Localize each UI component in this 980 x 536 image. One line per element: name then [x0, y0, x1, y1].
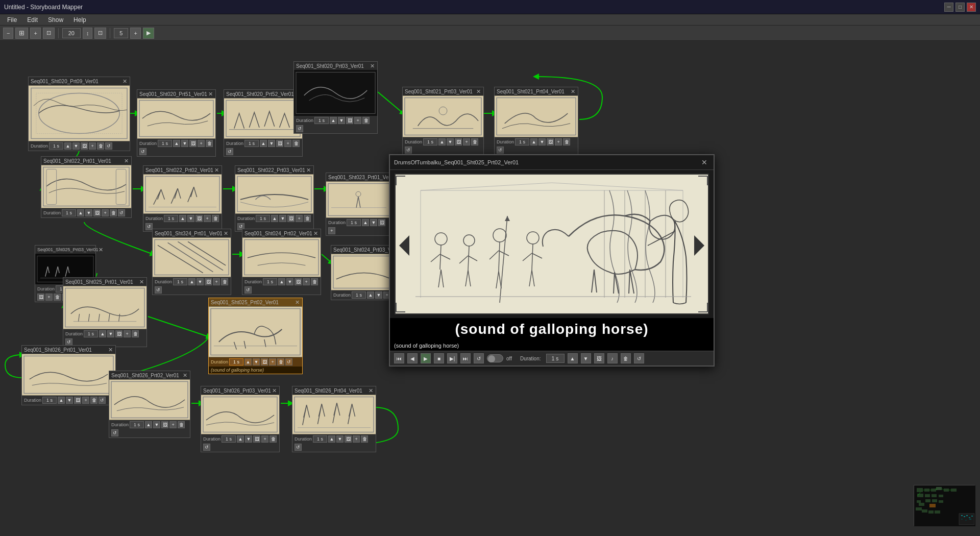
frame-arrows[interactable]: ↕ — [83, 28, 93, 39]
dur-up-n02[interactable]: ▲ — [173, 140, 180, 147]
node-close-n17[interactable]: ✕ — [107, 347, 113, 353]
add-btn-n01[interactable]: + — [89, 142, 96, 150]
node-n18[interactable]: Seq001_Sht026_Prt02_Ver01 ✕ Duration ▲ ▼… — [109, 371, 190, 438]
node-close-n15[interactable]: ✕ — [138, 279, 144, 285]
add-button[interactable]: + — [30, 28, 40, 39]
preview-duration-input[interactable] — [546, 354, 565, 363]
dur-input-n16[interactable] — [229, 358, 243, 366]
dur-input-n07[interactable] — [62, 209, 76, 216]
preview-vol-btn[interactable]: ♪ — [607, 353, 618, 363]
dur-input-n03[interactable] — [244, 140, 259, 147]
off-toggle[interactable] — [487, 354, 503, 362]
fit-button[interactable]: ⊞ — [15, 28, 28, 39]
preview-trash-btn[interactable]: 🗑 — [621, 353, 631, 363]
node-close-n07[interactable]: ✕ — [123, 158, 129, 164]
node-n10[interactable]: Seq001_Sht023_Prt01_Ver01 ✕ Duration ▲ ▼… — [326, 173, 392, 236]
node-n19[interactable]: Seq001_Sht026_Prt03_Ver01 ✕ Duration ▲ ▼… — [201, 386, 280, 452]
node-close-n18[interactable]: ✕ — [182, 372, 188, 378]
node-n09[interactable]: Seq001_Sht022_Prt03_Ver01 ✕ Duration ▲ ▼… — [235, 165, 314, 232]
next-button[interactable]: ▶| — [447, 353, 457, 363]
img-btn-n01[interactable]: 🖼 — [81, 142, 88, 150]
node-n07[interactable]: Seq001_Sht022_Prt01_Ver01 ✕ Duration ▲ ▼… — [41, 156, 132, 218]
dur-dn-n02[interactable]: ▼ — [181, 140, 188, 147]
preview-refresh-btn[interactable]: ↺ — [634, 353, 644, 363]
menu-file[interactable]: File — [2, 15, 22, 25]
sketch-svg-n06 — [495, 95, 578, 137]
dur-input-n10[interactable] — [347, 219, 361, 226]
prev-button[interactable]: ◀ — [407, 353, 418, 363]
node-n05[interactable]: Seq001_Sht021_Prt03_Ver01 ✕ Duration ▲ ▼… — [402, 87, 484, 155]
dur-input-n01[interactable] — [49, 142, 63, 150]
play-pause-button[interactable]: ▶ — [421, 353, 431, 363]
node-n20[interactable]: Seq001_Sht026_Prt04_Ver01 ✕ Duration ▲ ▼… — [292, 386, 376, 452]
loop-button[interactable]: ↺ — [474, 353, 484, 363]
node-close-n04[interactable]: ✕ — [369, 63, 375, 69]
node-close-n12[interactable]: ✕ — [312, 230, 318, 236]
svg-rect-79 — [966, 515, 968, 516]
dur-input-n06[interactable] — [515, 138, 529, 145]
node-n13[interactable]: Seq001_Sht024_Prt03_Ver01 ✕ Duration ▲ ▼… — [331, 245, 397, 300]
dur-input-n13[interactable] — [352, 291, 366, 299]
dur-input-n02[interactable] — [158, 140, 172, 147]
del-btn-n01[interactable]: 🗑 — [97, 142, 104, 150]
dur-input-n04[interactable] — [314, 117, 329, 124]
minimize-button[interactable]: ─ — [944, 3, 953, 12]
node-close-n02[interactable]: ✕ — [207, 91, 213, 97]
node-n03[interactable]: Seq001_Sht020_Prt52_Ver01 ✕ Duration ▲ ▼… — [224, 89, 303, 157]
node-n11[interactable]: Seq001_Sht324_Prt01_Ver01 ✕ Duration ▲ ▼… — [152, 229, 231, 295]
zoom-out-button[interactable]: − — [3, 28, 13, 39]
node-n04[interactable]: Seq001_Sht020_Prt03_Ver01 ✕ Duration ▲ ▼… — [293, 61, 378, 134]
node-n16[interactable]: Seq001_Sht025_Prt02_Ver01 ✕ Duration ▲ ▼… — [208, 298, 303, 374]
node-n08[interactable]: Seq001_Sht022_Prt02_Ver01 ✕ Duration ▲ ▼… — [143, 165, 222, 232]
node-close-n01[interactable]: ✕ — [121, 78, 128, 84]
refresh-btn-n01[interactable]: ↺ — [105, 142, 112, 150]
node-close-n19[interactable]: ✕ — [271, 387, 277, 394]
stop-button[interactable]: ■ — [434, 353, 444, 363]
play-button[interactable]: ▶ — [143, 28, 154, 39]
preview-dur-dn[interactable]: ▼ — [581, 353, 591, 363]
skip-fwd-button[interactable]: ⏭ — [460, 353, 471, 363]
dur-input-n11[interactable] — [173, 278, 187, 285]
skip-back-button[interactable]: ⏮ — [394, 353, 404, 363]
menu-show[interactable]: Show — [43, 15, 68, 25]
dur-input-n05[interactable] — [423, 138, 437, 145]
frame-count2-input[interactable] — [114, 28, 128, 38]
close-button[interactable]: ✕ — [967, 3, 976, 12]
dur-input-n19[interactable] — [222, 435, 236, 443]
dur-input-n15[interactable] — [84, 330, 98, 337]
node-close-n14[interactable]: ✕ — [99, 247, 103, 253]
menu-help[interactable]: Help — [68, 15, 91, 25]
menu-edit[interactable]: Edit — [22, 15, 43, 25]
add2-button[interactable]: + — [130, 28, 140, 39]
node-close-n20[interactable]: ✕ — [368, 387, 374, 394]
dur-input-n12[interactable] — [263, 278, 277, 285]
preview-close-button[interactable]: ✕ — [699, 157, 709, 167]
node-close-n08[interactable]: ✕ — [213, 167, 219, 173]
dur-up-n01[interactable]: ▲ — [64, 142, 71, 150]
node-n17[interactable]: Seq001_Sht026_Prt01_Ver01 ✕ Duration ▲ ▼… — [21, 345, 116, 405]
node-close-n06[interactable]: ✕ — [570, 88, 576, 94]
node-close-n09[interactable]: ✕ — [305, 167, 311, 173]
dur-input-n17[interactable] — [42, 397, 57, 404]
frames-icon[interactable]: ⊡ — [94, 28, 106, 39]
node-close-n05[interactable]: ✕ — [475, 88, 481, 94]
node-n15[interactable]: Seq001_Sht025_Prt01_Ver01 ✕ Duration ▲ — [63, 277, 147, 347]
dur-input-n18[interactable] — [130, 421, 144, 428]
dur-input-n08[interactable] — [164, 215, 178, 222]
node-n12[interactable]: Seq001_Sht024_Prt02_Ver01 ✕ Duration ▲ ▼… — [242, 229, 321, 295]
svg-rect-13 — [495, 95, 578, 137]
preview-dur-up[interactable]: ▲ — [568, 353, 578, 363]
frame-count-input[interactable]: 20 — [62, 28, 81, 38]
node-n02[interactable]: Seq001_Sht020_Prt51_Ver01 ✕ Duration ▲ ▼… — [137, 89, 216, 157]
node-close-n11[interactable]: ✕ — [223, 230, 229, 236]
node-close-n16[interactable]: ✕ — [294, 299, 300, 305]
preview-img-btn[interactable]: 🖼 — [594, 353, 604, 363]
dur-input-n20[interactable] — [313, 435, 327, 443]
node-n06[interactable]: Seq001_Sht021_Prt04_Ver01 ✕ Duration ▲ ▼… — [494, 87, 578, 155]
dur-input-n09[interactable] — [256, 215, 270, 222]
grid-button[interactable]: ⊡ — [43, 28, 55, 39]
node-image-n18 — [109, 379, 190, 420]
node-n01[interactable]: Seq001_Sht020_Prt09_Ver01 ✕ Duration ▲ ▼… — [28, 77, 130, 151]
dur-dn-n01[interactable]: ▼ — [72, 142, 80, 150]
maximize-button[interactable]: □ — [955, 3, 965, 12]
